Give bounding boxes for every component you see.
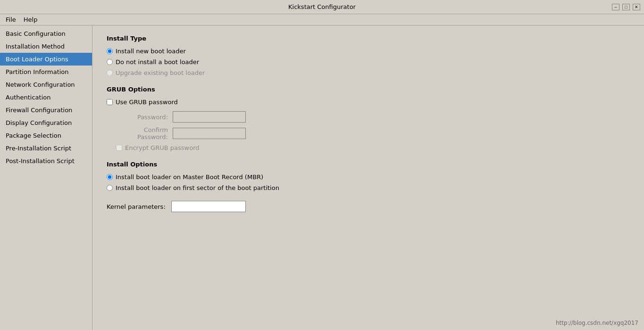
upgrade-existing-option: Upgrade existing boot loader (107, 69, 630, 76)
confirm-password-input[interactable] (173, 128, 246, 139)
window-title: Kickstart Configurator (288, 3, 356, 10)
install-type-section: Install Type Install new boot loader Do … (107, 35, 630, 76)
maximize-button[interactable]: □ (622, 4, 630, 10)
grub-options-section: GRUB Options Use GRUB password Password:… (107, 86, 630, 151)
sidebar-item-installation-method[interactable]: Installation Method (0, 40, 92, 53)
install-first-sector-radio[interactable] (107, 185, 113, 191)
sidebar: Basic Configuration Installation Method … (0, 25, 92, 330)
do-not-install-label: Do not install a boot loader (116, 58, 199, 66)
menu-help[interactable]: Help (20, 15, 42, 24)
confirm-password-row: Confirm Password: (107, 126, 630, 140)
install-first-sector-label: Install boot loader on first sector of t… (116, 184, 279, 191)
use-grub-password-row[interactable]: Use GRUB password (107, 99, 630, 106)
install-type-heading: Install Type (107, 35, 630, 42)
sidebar-item-firewall-configuration[interactable]: Firewall Configuration (0, 104, 92, 116)
sidebar-item-boot-loader-options[interactable]: Boot Loader Options (0, 53, 92, 66)
encrypt-grub-checkbox (116, 145, 122, 151)
upgrade-existing-label: Upgrade existing boot loader (116, 69, 205, 76)
kernel-parameters-row: Kernel parameters: (107, 201, 630, 212)
install-first-sector-option[interactable]: Install boot loader on first sector of t… (107, 184, 630, 191)
do-not-install-radio[interactable] (107, 59, 113, 65)
do-not-install-option[interactable]: Do not install a boot loader (107, 58, 630, 66)
sidebar-item-display-configuration[interactable]: Display Configuration (0, 116, 92, 129)
sidebar-item-network-configuration[interactable]: Network Configuration (0, 78, 92, 91)
install-options-heading: Install Options (107, 161, 630, 168)
main-layout: Basic Configuration Installation Method … (0, 25, 644, 330)
use-grub-password-checkbox[interactable] (107, 99, 113, 105)
sidebar-item-partition-information[interactable]: Partition Information (0, 66, 92, 78)
grub-options-heading: GRUB Options (107, 86, 630, 93)
watermark: http://blog.csdn.net/xgq2017 (556, 320, 638, 326)
sidebar-item-pre-installation-script[interactable]: Pre-Installation Script (0, 142, 92, 155)
content-area: Install Type Install new boot loader Do … (92, 25, 644, 330)
install-new-boot-loader-option[interactable]: Install new boot loader (107, 48, 630, 55)
install-mbr-label: Install boot loader on Master Boot Recor… (116, 173, 263, 181)
encrypt-grub-row[interactable]: Encrypt GRUB password (107, 144, 630, 151)
kernel-parameters-label: Kernel parameters: (107, 203, 166, 210)
close-button[interactable]: ✕ (633, 4, 640, 10)
minimize-button[interactable]: – (612, 4, 619, 10)
sidebar-item-post-installation-script[interactable]: Post-Installation Script (0, 155, 92, 167)
menu-file[interactable]: File (2, 15, 20, 24)
window-controls: – □ ✕ (612, 4, 640, 10)
password-row: Password: (107, 111, 630, 123)
install-new-label: Install new boot loader (116, 48, 186, 55)
password-input[interactable] (173, 111, 246, 123)
install-mbr-option[interactable]: Install boot loader on Master Boot Recor… (107, 173, 630, 181)
install-options-section: Install Options Install boot loader on M… (107, 161, 630, 191)
sidebar-item-basic-configuration[interactable]: Basic Configuration (0, 27, 92, 40)
install-mbr-radio[interactable] (107, 174, 113, 180)
upgrade-existing-radio (107, 70, 113, 76)
confirm-password-label: Confirm Password: (116, 126, 173, 140)
title-bar: Kickstart Configurator – □ ✕ (0, 0, 644, 14)
use-grub-password-label: Use GRUB password (116, 99, 178, 106)
menu-bar: File Help (0, 14, 644, 25)
kernel-parameters-input[interactable] (171, 201, 246, 212)
sidebar-item-package-selection[interactable]: Package Selection (0, 129, 92, 142)
encrypt-grub-label: Encrypt GRUB password (125, 144, 200, 151)
password-label: Password: (116, 114, 173, 121)
sidebar-item-authentication[interactable]: Authentication (0, 91, 92, 104)
install-new-radio[interactable] (107, 48, 113, 54)
